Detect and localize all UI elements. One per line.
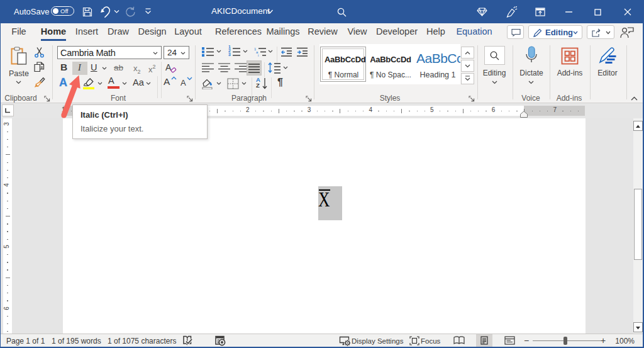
svg-text:i: i	[258, 53, 258, 57]
